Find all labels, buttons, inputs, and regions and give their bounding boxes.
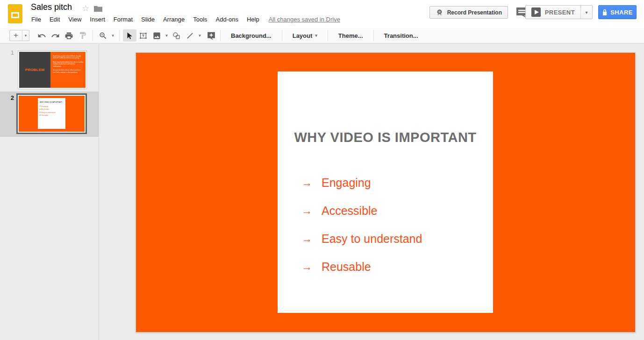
play-icon (531, 7, 541, 17)
bullet-item[interactable]: → Accessible (301, 197, 493, 225)
arrow-bullet-icon: → (301, 177, 322, 189)
bullet-square-icon (40, 115, 41, 116)
chevron-down-icon: ▾ (25, 33, 27, 38)
saved-status-link[interactable]: All changes saved in Drive (265, 14, 344, 25)
lock-icon (602, 9, 608, 16)
folder-icon[interactable] (94, 5, 102, 12)
line-icon (186, 31, 194, 40)
insert-comment-button[interactable] (206, 30, 217, 41)
menu-edit[interactable]: Edit (45, 14, 64, 25)
menu-tools[interactable]: Tools (189, 14, 211, 25)
toolbar-separator (220, 30, 221, 41)
toolbar-separator (282, 30, 282, 41)
line-tool-button[interactable] (183, 29, 197, 42)
current-slide[interactable]: WHY VIDEO IS IMPORTANT → Engaging → Acce… (136, 52, 636, 333)
slide-1-thumb-content: PROBLEM Explaining complicated workflows… (19, 52, 86, 88)
slide-2-thumbnail[interactable]: WHY VIDEO IS IMPORTANT Engaging Accessib… (16, 93, 87, 134)
menu-slide[interactable]: Slide (137, 14, 159, 25)
present-button[interactable]: PRESENT (526, 6, 580, 19)
text-box-icon (139, 31, 148, 40)
menu-help[interactable]: Help (243, 14, 264, 25)
menu-view[interactable]: View (64, 14, 86, 25)
redo-button[interactable] (49, 29, 62, 42)
bullet-text: Accessible (41, 108, 49, 110)
bullet-square-icon (40, 106, 41, 107)
slide-number: 2 (6, 94, 14, 101)
present-dropdown-button[interactable]: ▾ (580, 6, 592, 19)
undo-icon (37, 31, 46, 40)
new-slide-button-group: + ▾ (9, 30, 29, 41)
shape-icon (172, 31, 181, 40)
image-dropdown[interactable]: ▾ (164, 33, 170, 38)
share-label: SHARE (610, 9, 633, 16)
document-title[interactable]: Sales pitch (31, 2, 72, 12)
share-button[interactable]: SHARE (598, 5, 637, 19)
select-tool-button[interactable] (123, 29, 136, 42)
transition-button[interactable]: Transition... (377, 32, 425, 39)
slide-1-thumbnail[interactable]: PROBLEM Explaining complicated workflows… (18, 50, 87, 89)
bullet-square-icon (40, 112, 41, 113)
chevron-down-icon: ▾ (585, 10, 587, 15)
slide-2-thumb-bullet: Accessible (40, 108, 64, 110)
zoom-dropdown[interactable]: ▾ (110, 33, 116, 38)
slide-1-title: PROBLEM (25, 68, 44, 72)
print-icon (64, 31, 73, 40)
slide-bullet-list[interactable]: → Engaging → Accessible → Easy to unders… (278, 169, 493, 281)
toolbar-separator (328, 30, 328, 41)
bullet-item[interactable]: → Reusable (301, 253, 493, 281)
line-dropdown[interactable]: ▾ (197, 33, 203, 38)
text-box-tool-button[interactable] (136, 29, 150, 42)
paint-format-button (76, 29, 89, 42)
arrow-bullet-icon: → (301, 233, 322, 245)
slide-1-paragraph: Explaining complicated workflows through… (53, 55, 84, 59)
layout-button[interactable]: Layout ▾ (286, 32, 324, 39)
present-label: PRESENT (545, 9, 575, 16)
filmstrip-row-2-selected[interactable]: 2 WHY VIDEO IS IMPORTANT Engaging Access… (0, 92, 99, 137)
slide-content-card[interactable]: WHY VIDEO IS IMPORTANT → Engaging → Acce… (278, 71, 493, 313)
menu-insert[interactable]: Insert (86, 14, 109, 25)
filmstrip-row-1[interactable]: 1 PROBLEM Explaining complicated workflo… (0, 46, 99, 91)
bullet-item[interactable]: → Easy to understand (301, 225, 493, 253)
bullet-text: Easy to understand (41, 112, 55, 113)
background-button[interactable]: Background... (224, 32, 279, 39)
bullet-label: Accessible (322, 204, 378, 218)
theme-button[interactable]: Theme... (331, 32, 370, 39)
slide-2-thumb-bullet: Reusable (40, 114, 64, 116)
toolbar-separator (373, 30, 374, 41)
zoom-button[interactable] (96, 29, 110, 42)
slides-logo-icon[interactable] (8, 4, 22, 23)
menu-addons[interactable]: Add-ons (212, 14, 243, 25)
toolbar-separator (93, 30, 93, 41)
menu-format[interactable]: Format (109, 14, 137, 25)
slide-1-paragraph: Slow response/resolution time due to sen… (53, 61, 84, 67)
webcam-icon (436, 8, 444, 16)
undo-button[interactable] (35, 29, 49, 42)
app-header: Sales pitch ☆ File Edit View Insert Form… (0, 0, 644, 28)
theme-label: Theme... (338, 32, 363, 39)
layout-label: Layout (293, 32, 313, 39)
slide-2-thumb-content: WHY VIDEO IS IMPORTANT Engaging Accessib… (19, 96, 85, 132)
menu-file[interactable]: File (27, 14, 45, 25)
slide-1-body: Explaining complicated workflows through… (53, 55, 84, 73)
slide-title[interactable]: WHY VIDEO IS IMPORTANT (278, 130, 493, 145)
star-icon[interactable]: ☆ (82, 3, 89, 14)
print-button[interactable] (62, 29, 76, 42)
redo-icon (51, 31, 60, 40)
present-button-group: PRESENT ▾ (525, 5, 593, 19)
editing-canvas[interactable]: WHY VIDEO IS IMPORTANT → Engaging → Acce… (100, 44, 644, 340)
insert-image-button[interactable] (150, 29, 164, 42)
bullet-item[interactable]: → Engaging (301, 169, 493, 197)
slide-2-thumb-card: WHY VIDEO IS IMPORTANT Engaging Accessib… (38, 98, 65, 128)
plus-icon: + (14, 31, 18, 40)
bullet-text: Reusable (41, 114, 48, 116)
slide-number: 1 (6, 49, 14, 56)
shape-tool-button[interactable] (170, 29, 183, 42)
new-slide-button[interactable]: + (10, 30, 22, 41)
toolbar-separator (119, 30, 120, 41)
menubar: File Edit View Insert Format Slide Arran… (27, 14, 344, 25)
bullet-label: Reusable (322, 260, 371, 274)
record-presentation-button[interactable]: Record Presentation (429, 6, 508, 19)
bullet-text: Engaging (41, 106, 48, 107)
new-slide-dropdown[interactable]: ▾ (22, 30, 29, 41)
menu-arrange[interactable]: Arrange (159, 14, 189, 25)
